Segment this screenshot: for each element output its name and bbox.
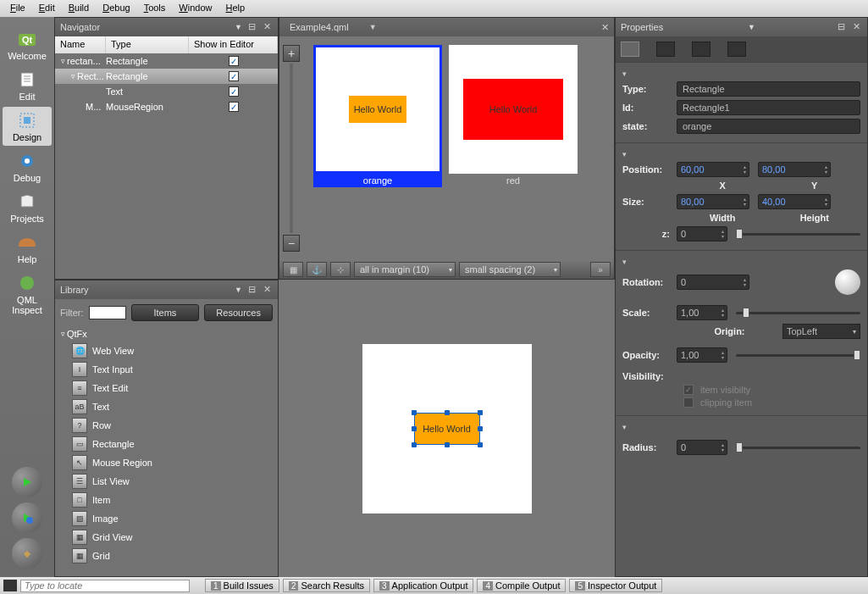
mode-edit[interactable]: Edit bbox=[3, 66, 52, 105]
library-category[interactable]: ▿QtFx bbox=[55, 326, 278, 341]
z-spin[interactable]: 0 bbox=[677, 226, 727, 241]
bounds-icon[interactable]: ⊹ bbox=[330, 262, 351, 277]
run-button[interactable] bbox=[12, 467, 42, 497]
snap-icon[interactable]: ▦ bbox=[283, 262, 303, 277]
inspector-output-button[interactable]: 5Inspector Output bbox=[569, 579, 662, 592]
library-item[interactable]: ↖Mouse Region bbox=[55, 453, 278, 472]
menu-window[interactable]: Window bbox=[172, 0, 218, 17]
col-type[interactable]: Type bbox=[106, 36, 189, 53]
dropdown-icon[interactable]: ▼ bbox=[235, 286, 242, 294]
height-spin[interactable]: 40,00 bbox=[758, 194, 831, 209]
tree-row[interactable]: ▿rectan... Rectangle ✓ bbox=[55, 53, 278, 69]
search-results-button[interactable]: 2Search Results bbox=[283, 579, 370, 592]
scale-slider[interactable] bbox=[736, 306, 860, 319]
build-issues-button[interactable]: 1Build Issues bbox=[205, 579, 279, 592]
close-icon[interactable]: ✕ bbox=[261, 284, 273, 296]
library-item[interactable]: 🌐Web View bbox=[55, 341, 278, 360]
build-button[interactable] bbox=[12, 538, 42, 569]
library-item[interactable]: ▨Image bbox=[55, 509, 278, 528]
mode-design[interactable]: Design bbox=[3, 107, 52, 146]
pos-y-spin[interactable]: 80,00 bbox=[758, 162, 831, 177]
state-thumb-red[interactable]: Hello World red bbox=[449, 45, 578, 252]
menu-file[interactable]: File bbox=[3, 0, 32, 17]
library-item[interactable]: ?Row bbox=[55, 416, 278, 435]
tree-row[interactable]: Text ✓ bbox=[55, 84, 278, 99]
prop-tab-4[interactable] bbox=[727, 42, 746, 57]
checkbox[interactable]: ✓ bbox=[229, 56, 239, 66]
rotation-dial[interactable] bbox=[835, 269, 860, 295]
selected-rectangle[interactable]: Hello World bbox=[414, 413, 480, 445]
compile-output-button[interactable]: 4Compile Output bbox=[477, 579, 566, 592]
close-icon[interactable]: ✕ bbox=[601, 22, 609, 33]
section-toggle[interactable]: ▾ bbox=[622, 150, 627, 158]
spacing-combo[interactable]: small spacing (2) bbox=[459, 262, 561, 277]
output-toggle[interactable] bbox=[3, 580, 17, 591]
library-item[interactable]: IText Input bbox=[55, 360, 278, 379]
library-item[interactable]: ▭Rectangle bbox=[55, 435, 278, 453]
menu-edit[interactable]: Edit bbox=[32, 0, 62, 17]
pos-x-spin[interactable]: 60,00 bbox=[677, 162, 749, 177]
file-tab[interactable]: Example4.qml bbox=[285, 19, 369, 35]
close-icon[interactable]: ✕ bbox=[261, 21, 273, 33]
tree-row[interactable]: ▿Rect... Rectangle ✓ bbox=[55, 69, 278, 84]
section-toggle[interactable]: ▾ bbox=[622, 69, 627, 78]
detach-icon[interactable]: ⊟ bbox=[835, 21, 847, 33]
rotation-spin[interactable]: 0 bbox=[677, 275, 749, 290]
menu-build[interactable]: Build bbox=[62, 0, 96, 17]
radius-spin[interactable]: 0 bbox=[677, 440, 727, 455]
col-show[interactable]: Show in Editor bbox=[189, 36, 278, 53]
scale-spin[interactable]: 1,00 bbox=[677, 305, 727, 320]
prop-tab-1[interactable] bbox=[621, 42, 639, 57]
dropdown-icon[interactable]: ▼ bbox=[369, 23, 377, 31]
library-item[interactable]: □Item bbox=[55, 491, 278, 509]
library-item[interactable]: ☰List View bbox=[55, 472, 278, 491]
margin-combo[interactable]: all in margin (10) bbox=[354, 262, 456, 277]
origin-combo[interactable]: TopLeft bbox=[782, 324, 860, 339]
library-item[interactable]: aBText bbox=[55, 397, 278, 416]
anchor-icon[interactable]: ⚓ bbox=[307, 262, 327, 277]
prop-tab-2[interactable] bbox=[656, 42, 675, 57]
opacity-slider[interactable] bbox=[736, 348, 860, 362]
state-field[interactable]: orange bbox=[677, 119, 860, 134]
checkbox[interactable]: ✓ bbox=[229, 102, 239, 112]
menu-debug[interactable]: Debug bbox=[96, 0, 136, 17]
col-name[interactable]: Name bbox=[55, 36, 106, 53]
radius-slider[interactable] bbox=[736, 441, 860, 454]
dropdown-icon[interactable]: ▼ bbox=[235, 23, 242, 31]
app-output-button[interactable]: 3Application Output bbox=[373, 579, 473, 592]
width-spin[interactable]: 80,00 bbox=[677, 194, 749, 209]
prop-tab-3[interactable] bbox=[692, 42, 710, 57]
dropdown-icon[interactable]: ▼ bbox=[748, 23, 755, 31]
checkbox[interactable]: ✓ bbox=[229, 71, 239, 81]
mode-debug[interactable]: Debug bbox=[3, 147, 52, 186]
clipping-checkbox[interactable] bbox=[683, 397, 694, 408]
library-item[interactable]: ▦Grid View bbox=[55, 528, 278, 547]
opacity-spin[interactable]: 1,00 bbox=[677, 347, 727, 363]
more-icon[interactable]: » bbox=[590, 262, 611, 277]
id-field[interactable]: Rectangle1 bbox=[677, 100, 860, 115]
expander-icon[interactable]: ▿ bbox=[58, 57, 67, 65]
state-thumb-orange[interactable]: Hello World orange bbox=[313, 45, 442, 252]
menu-help[interactable]: Help bbox=[218, 0, 252, 17]
detach-icon[interactable]: ⊟ bbox=[246, 284, 257, 296]
mode-welcome[interactable]: QtWelcome bbox=[3, 25, 52, 64]
menu-tools[interactable]: Tools bbox=[137, 0, 173, 17]
mode-help[interactable]: Help bbox=[3, 229, 52, 268]
library-item[interactable]: ≡Text Edit bbox=[55, 379, 278, 397]
resources-button[interactable]: Resources bbox=[204, 304, 273, 321]
locator-input[interactable] bbox=[20, 580, 190, 592]
zoom-out-button[interactable]: − bbox=[283, 235, 300, 252]
design-canvas[interactable]: Hello World bbox=[279, 280, 615, 577]
detach-icon[interactable]: ⊟ bbox=[246, 21, 257, 33]
expander-icon[interactable]: ▿ bbox=[69, 72, 77, 80]
mode-projects[interactable]: Projects bbox=[3, 188, 52, 227]
filter-input[interactable] bbox=[89, 306, 126, 319]
zoom-in-button[interactable]: + bbox=[283, 45, 300, 62]
section-toggle[interactable]: ▾ bbox=[622, 258, 627, 266]
tree-row[interactable]: M... MouseRegion ✓ bbox=[55, 99, 278, 114]
visibility-checkbox[interactable]: ✓ bbox=[683, 385, 694, 395]
section-toggle[interactable]: ▾ bbox=[622, 423, 627, 431]
items-button[interactable]: Items bbox=[131, 304, 200, 321]
zoom-slider[interactable] bbox=[290, 64, 293, 233]
z-slider[interactable] bbox=[736, 227, 860, 241]
